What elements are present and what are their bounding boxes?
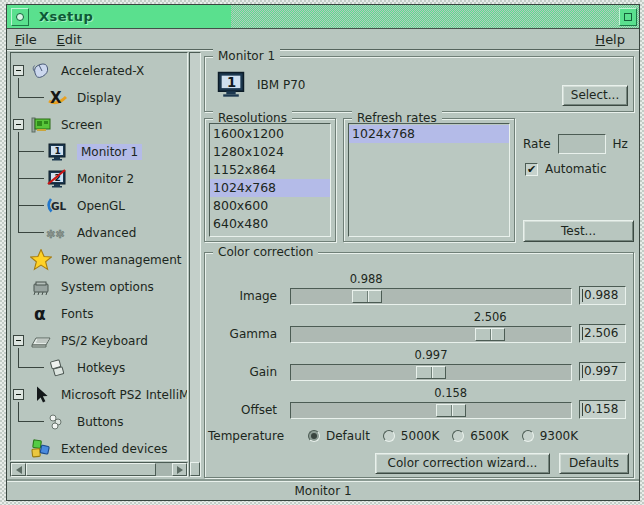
radio-default[interactable]: Default: [308, 429, 370, 443]
tree-item-system-options[interactable]: System options: [11, 273, 187, 300]
tree-connector: [18, 367, 44, 368]
gain-slider-thumb[interactable]: [416, 366, 446, 379]
tree-item-display[interactable]: X Display: [11, 84, 187, 111]
tree-item-advanced[interactable]: ✱✱ Advanced: [11, 219, 187, 246]
alpha-fonts-icon: α: [30, 304, 52, 324]
tree-item-hotkeys[interactable]: Hotkeys: [11, 354, 187, 381]
tree-item-opengl[interactable]: GL OpenGL: [11, 192, 187, 219]
monitor-model: IBM P70: [257, 78, 305, 92]
tree-item-screen[interactable]: Screen: [11, 111, 187, 138]
tree-connector: [18, 421, 44, 422]
list-item[interactable]: 1152x864: [210, 161, 330, 179]
tree-vertical-scrollbar[interactable]: [189, 52, 201, 477]
tree-item-label: Buttons: [77, 415, 123, 429]
tree-item-monitor-1[interactable]: 1 Monitor 1: [11, 138, 187, 165]
list-item-selected[interactable]: 1024x768: [349, 125, 509, 143]
svg-text:X: X: [50, 89, 62, 107]
tree-item-fonts[interactable]: α Fonts: [11, 300, 187, 327]
slider-value-label: 2.506: [474, 310, 507, 324]
tree-item-microsoft-ps2-intellimouse[interactable]: Microsoft PS2 IntelliM: [11, 381, 187, 408]
collapse-icon[interactable]: [13, 119, 24, 130]
offset-slider-thumb[interactable]: [436, 404, 466, 417]
title-bar[interactable]: Xsetup: [7, 5, 639, 29]
refresh-rates-list[interactable]: 1024x768: [348, 123, 510, 237]
tree-connector: [18, 205, 44, 206]
device-tree-panel[interactable]: Accelerated-X X Display Screen: [10, 52, 188, 461]
select-monitor-button[interactable]: Select...: [562, 85, 628, 106]
tree-item-label: Extended devices: [61, 442, 167, 456]
radio-5000k[interactable]: 5000K: [383, 429, 439, 443]
window-menu-button[interactable]: [11, 8, 29, 26]
tree-item-accelerated-x[interactable]: Accelerated-X: [11, 57, 187, 84]
tree-item-monitor-2[interactable]: 2 Monitor 2: [11, 165, 187, 192]
rate-input[interactable]: [558, 134, 606, 154]
tree-item-label: Monitor 2: [77, 172, 134, 186]
test-button[interactable]: Test...: [523, 220, 634, 242]
radio-9300k[interactable]: 9300K: [522, 429, 578, 443]
left-arrow-icon: [12, 466, 22, 474]
menu-file[interactable]: File: [7, 30, 45, 47]
radio-icon: [522, 430, 534, 442]
list-item[interactable]: 1280x1024: [210, 143, 330, 161]
collapse-icon[interactable]: [13, 335, 24, 346]
list-item-selected[interactable]: 1024x768: [210, 179, 330, 197]
tree-branch: Hotkeys: [11, 354, 187, 381]
colored-cubes-icon: [30, 439, 52, 459]
svg-text:✱✱: ✱✱: [46, 227, 64, 240]
image-value-field[interactable]: 0.988: [579, 286, 626, 305]
tree-branch: Buttons: [11, 408, 187, 435]
tree-item-extended-devices[interactable]: Extended devices: [11, 435, 187, 461]
radio-icon: [383, 430, 395, 442]
maximize-button[interactable]: [619, 8, 637, 26]
menu-help[interactable]: Help: [587, 30, 633, 47]
tree-connector: [18, 178, 44, 179]
mouse-device-icon: [30, 61, 52, 81]
scroll-left-button[interactable]: [11, 463, 26, 476]
collapse-icon[interactable]: [13, 65, 24, 76]
opengl-icon: GL: [46, 196, 68, 216]
tree-item-label: Power management: [61, 253, 181, 267]
status-bar: Monitor 1: [7, 481, 639, 500]
list-item[interactable]: 1600x1200: [210, 125, 330, 143]
slider-row-image: Image 0.988 0.988: [206, 267, 632, 305]
offset-slider-track[interactable]: [290, 402, 572, 419]
gamma-slider-thumb[interactable]: [475, 328, 505, 341]
list-item[interactable]: 640x480: [210, 215, 330, 233]
scroll-right-button[interactable]: [172, 463, 187, 476]
tree-item-label: PS/2 Keyboard: [61, 334, 148, 348]
svg-text:1: 1: [227, 75, 236, 90]
monitor-1-icon: 1: [215, 71, 247, 102]
svg-text:1: 1: [55, 146, 61, 156]
collapse-icon[interactable]: [13, 389, 24, 400]
gain-slider-track[interactable]: [290, 364, 572, 381]
rate-column: Rate Hz ✔ Automatic Test...: [523, 118, 634, 242]
image-slider-thumb[interactable]: [352, 290, 382, 303]
cursor-pointer-icon: [30, 385, 52, 405]
refresh-rates-group: Refresh rates 1024x768: [343, 118, 515, 242]
scrollbar-corner: [190, 462, 200, 476]
temperature-row: Temperature Default 5000K 6500K 9300K: [208, 429, 629, 443]
resolutions-list[interactable]: 1600x1200 1280x1024 1152x864 1024x768 80…: [209, 123, 331, 237]
tree-horizontal-scrollbar[interactable]: [10, 462, 188, 477]
tree-item-buttons[interactable]: Buttons: [11, 408, 187, 435]
offset-value-field[interactable]: 0.158: [579, 400, 626, 419]
list-item[interactable]: 800x600: [210, 197, 330, 215]
menu-edit[interactable]: Edit: [49, 30, 90, 47]
automatic-checkbox[interactable]: ✔: [525, 163, 538, 176]
gain-value-field[interactable]: 0.997: [579, 362, 626, 381]
defaults-button[interactable]: Defaults: [559, 453, 629, 474]
tree-item-label: OpenGL: [77, 199, 125, 213]
tree-branch: 1 Monitor 1 2 Monitor 2 GL OpenGL: [11, 138, 187, 246]
color-correction-wizard-button[interactable]: Color correction wizard...: [375, 453, 550, 474]
tree-item-power-management[interactable]: Power management: [11, 246, 187, 273]
scrollbar-thumb[interactable]: [26, 463, 156, 476]
image-slider-track[interactable]: [290, 288, 572, 305]
gamma-slider-track[interactable]: [290, 326, 572, 343]
rate-label: Rate: [523, 137, 551, 151]
radio-6500k[interactable]: 6500K: [452, 429, 508, 443]
tree-item-ps2-keyboard[interactable]: PS/2 Keyboard: [11, 327, 187, 354]
gamma-value-field[interactable]: 2.506: [579, 324, 626, 343]
pci-card-icon: [30, 115, 52, 135]
hotkeys-icon: [46, 358, 68, 378]
tree-branch: X Display: [11, 84, 187, 111]
